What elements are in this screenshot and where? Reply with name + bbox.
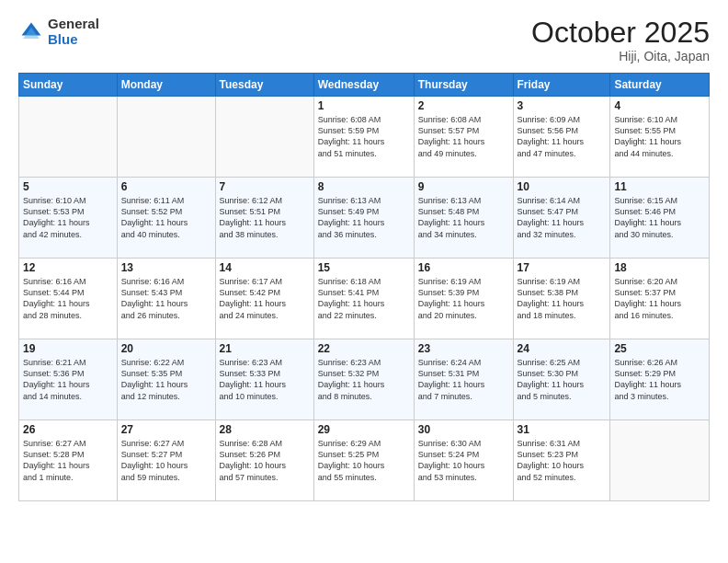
calendar-cell: 9Sunrise: 6:13 AM Sunset: 5:48 PM Daylig… (414, 178, 513, 259)
day-info: Sunrise: 6:19 AM Sunset: 5:38 PM Dayligh… (518, 276, 607, 321)
day-number: 26 (23, 423, 113, 436)
day-info: Sunrise: 6:08 AM Sunset: 5:57 PM Dayligh… (418, 114, 509, 159)
day-info: Sunrise: 6:18 AM Sunset: 5:41 PM Dayligh… (318, 276, 410, 321)
calendar-cell: 28Sunrise: 6:28 AM Sunset: 5:26 PM Dayli… (215, 420, 313, 501)
calendar-cell: 1Sunrise: 6:08 AM Sunset: 5:59 PM Daylig… (313, 97, 414, 178)
logo-text: General Blue (48, 17, 99, 47)
calendar-cell: 25Sunrise: 6:26 AM Sunset: 5:29 PM Dayli… (610, 339, 710, 420)
day-number: 22 (318, 342, 410, 355)
calendar-cell (19, 97, 118, 178)
day-number: 31 (518, 423, 607, 436)
calendar-header-row: SundayMondayTuesdayWednesdayThursdayFrid… (19, 74, 710, 97)
day-info: Sunrise: 6:30 AM Sunset: 5:24 PM Dayligh… (418, 438, 509, 483)
day-number: 1 (318, 99, 410, 112)
calendar-cell: 17Sunrise: 6:19 AM Sunset: 5:38 PM Dayli… (513, 259, 610, 339)
day-info: Sunrise: 6:19 AM Sunset: 5:39 PM Dayligh… (418, 276, 509, 321)
day-number: 2 (418, 99, 509, 112)
day-info: Sunrise: 6:13 AM Sunset: 5:49 PM Dayligh… (318, 195, 410, 240)
day-info: Sunrise: 6:27 AM Sunset: 5:28 PM Dayligh… (23, 438, 113, 483)
col-header-wednesday: Wednesday (313, 74, 414, 97)
calendar-cell: 11Sunrise: 6:15 AM Sunset: 5:46 PM Dayli… (610, 178, 710, 259)
day-number: 9 (418, 180, 509, 193)
calendar-cell: 31Sunrise: 6:31 AM Sunset: 5:23 PM Dayli… (513, 420, 610, 501)
day-info: Sunrise: 6:09 AM Sunset: 5:56 PM Dayligh… (518, 114, 607, 159)
title-block: October 2025 Hiji, Oita, Japan (531, 17, 710, 63)
day-number: 6 (121, 180, 211, 193)
day-info: Sunrise: 6:29 AM Sunset: 5:25 PM Dayligh… (318, 438, 410, 483)
day-number: 11 (614, 180, 705, 193)
calendar-cell: 3Sunrise: 6:09 AM Sunset: 5:56 PM Daylig… (513, 97, 610, 178)
calendar-cell: 7Sunrise: 6:12 AM Sunset: 5:51 PM Daylig… (215, 178, 313, 259)
calendar-week-row: 1Sunrise: 6:08 AM Sunset: 5:59 PM Daylig… (19, 97, 710, 178)
day-info: Sunrise: 6:16 AM Sunset: 5:44 PM Dayligh… (23, 276, 113, 321)
day-number: 12 (23, 261, 113, 274)
location-subtitle: Hiji, Oita, Japan (531, 49, 710, 63)
calendar-cell: 27Sunrise: 6:27 AM Sunset: 5:27 PM Dayli… (117, 420, 215, 501)
calendar-cell (215, 97, 313, 178)
col-header-thursday: Thursday (414, 74, 513, 97)
day-number: 14 (220, 261, 310, 274)
day-number: 23 (418, 342, 509, 355)
calendar-cell: 18Sunrise: 6:20 AM Sunset: 5:37 PM Dayli… (610, 259, 710, 339)
calendar-cell: 24Sunrise: 6:25 AM Sunset: 5:30 PM Dayli… (513, 339, 610, 420)
day-number: 24 (518, 342, 607, 355)
day-number: 10 (518, 180, 607, 193)
logo-blue: Blue (48, 32, 99, 48)
logo-icon (18, 19, 44, 45)
calendar-week-row: 26Sunrise: 6:27 AM Sunset: 5:28 PM Dayli… (19, 420, 710, 501)
day-number: 8 (318, 180, 410, 193)
calendar-cell: 15Sunrise: 6:18 AM Sunset: 5:41 PM Dayli… (313, 259, 414, 339)
calendar-cell: 29Sunrise: 6:29 AM Sunset: 5:25 PM Dayli… (313, 420, 414, 501)
day-info: Sunrise: 6:15 AM Sunset: 5:46 PM Dayligh… (614, 195, 705, 240)
day-number: 19 (23, 342, 113, 355)
header: General Blue October 2025 Hiji, Oita, Ja… (18, 17, 710, 63)
calendar-cell: 23Sunrise: 6:24 AM Sunset: 5:31 PM Dayli… (414, 339, 513, 420)
day-number: 4 (614, 99, 705, 112)
day-number: 7 (220, 180, 310, 193)
day-info: Sunrise: 6:31 AM Sunset: 5:23 PM Dayligh… (518, 438, 607, 483)
day-info: Sunrise: 6:24 AM Sunset: 5:31 PM Dayligh… (418, 357, 509, 402)
day-info: Sunrise: 6:12 AM Sunset: 5:51 PM Dayligh… (220, 195, 310, 240)
col-header-friday: Friday (513, 74, 610, 97)
page: General Blue October 2025 Hiji, Oita, Ja… (0, 0, 728, 563)
day-number: 25 (614, 342, 705, 355)
col-header-monday: Monday (117, 74, 215, 97)
day-info: Sunrise: 6:10 AM Sunset: 5:53 PM Dayligh… (23, 195, 113, 240)
day-info: Sunrise: 6:23 AM Sunset: 5:32 PM Dayligh… (318, 357, 410, 402)
day-number: 17 (518, 261, 607, 274)
calendar-cell: 6Sunrise: 6:11 AM Sunset: 5:52 PM Daylig… (117, 178, 215, 259)
day-info: Sunrise: 6:20 AM Sunset: 5:37 PM Dayligh… (614, 276, 705, 321)
day-info: Sunrise: 6:28 AM Sunset: 5:26 PM Dayligh… (220, 438, 310, 483)
calendar-cell (117, 97, 215, 178)
day-info: Sunrise: 6:16 AM Sunset: 5:43 PM Dayligh… (121, 276, 211, 321)
col-header-sunday: Sunday (19, 74, 118, 97)
day-number: 3 (518, 99, 607, 112)
day-number: 28 (220, 423, 310, 436)
col-header-tuesday: Tuesday (215, 74, 313, 97)
calendar-table: SundayMondayTuesdayWednesdayThursdayFrid… (18, 73, 710, 501)
day-number: 16 (418, 261, 509, 274)
day-number: 13 (121, 261, 211, 274)
col-header-saturday: Saturday (610, 74, 710, 97)
day-info: Sunrise: 6:14 AM Sunset: 5:47 PM Dayligh… (518, 195, 607, 240)
day-info: Sunrise: 6:13 AM Sunset: 5:48 PM Dayligh… (418, 195, 509, 240)
day-number: 21 (220, 342, 310, 355)
calendar-week-row: 5Sunrise: 6:10 AM Sunset: 5:53 PM Daylig… (19, 178, 710, 259)
day-number: 15 (318, 261, 410, 274)
calendar-cell: 26Sunrise: 6:27 AM Sunset: 5:28 PM Dayli… (19, 420, 118, 501)
logo-general: General (48, 17, 99, 32)
day-number: 29 (318, 423, 410, 436)
day-info: Sunrise: 6:10 AM Sunset: 5:55 PM Dayligh… (614, 114, 705, 159)
calendar-cell: 19Sunrise: 6:21 AM Sunset: 5:36 PM Dayli… (19, 339, 118, 420)
day-info: Sunrise: 6:11 AM Sunset: 5:52 PM Dayligh… (121, 195, 211, 240)
logo: General Blue (18, 17, 99, 47)
calendar-cell: 22Sunrise: 6:23 AM Sunset: 5:32 PM Dayli… (313, 339, 414, 420)
day-info: Sunrise: 6:21 AM Sunset: 5:36 PM Dayligh… (23, 357, 113, 402)
calendar-cell: 4Sunrise: 6:10 AM Sunset: 5:55 PM Daylig… (610, 97, 710, 178)
day-info: Sunrise: 6:23 AM Sunset: 5:33 PM Dayligh… (220, 357, 310, 402)
calendar-cell (610, 420, 710, 501)
day-info: Sunrise: 6:08 AM Sunset: 5:59 PM Dayligh… (318, 114, 410, 159)
day-number: 5 (23, 180, 113, 193)
day-info: Sunrise: 6:22 AM Sunset: 5:35 PM Dayligh… (121, 357, 211, 402)
calendar-cell: 14Sunrise: 6:17 AM Sunset: 5:42 PM Dayli… (215, 259, 313, 339)
